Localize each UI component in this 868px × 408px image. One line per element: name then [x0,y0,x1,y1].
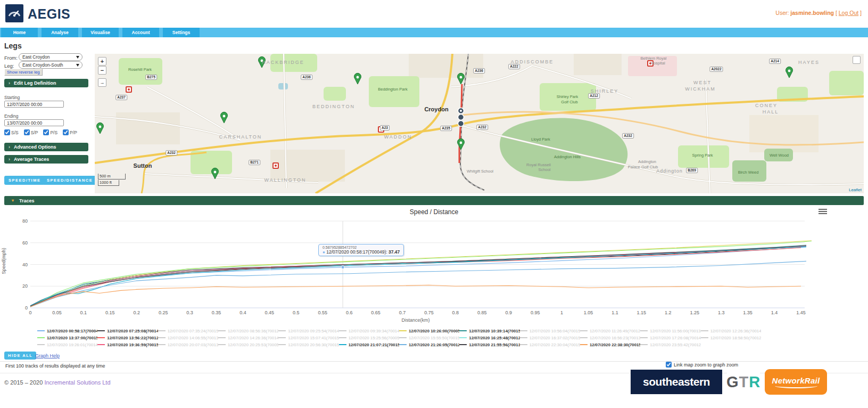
link-zoom-checkbox[interactable] [666,362,672,368]
legend-item[interactable]: 12/07/2020 21:07:21(700155) [339,341,399,348]
map-pan-button[interactable]: → [98,78,106,87]
map-label: CONEY [755,103,778,108]
checkbox-p-p[interactable]: P/P [63,129,77,135]
checkbox-s-p[interactable]: S/P [24,129,38,135]
legend-dash-icon [580,330,588,331]
checkbox-p-s[interactable]: P/S [43,129,57,135]
legend-item[interactable]: 12/07/2020 20:56:30(700150) [278,341,338,348]
legend-item[interactable]: 12/07/2020 20:25:53(700055) [218,341,278,348]
leg-select[interactable]: East Croydon-South Croydon [19,61,82,69]
legend-item[interactable]: 12/07/2020 07:25:08(700148) [97,328,158,334]
legend-dash-icon [520,344,527,345]
legend-item[interactable]: 12/07/2020 23:55:42(700125) [640,341,700,348]
legend-item[interactable]: 12/07/2020 21:26:05(700127) [399,341,459,348]
traces-panel-header[interactable]: ▾ Traces [4,196,864,205]
company-link[interactable]: Incremental Solutions Ltd [44,379,110,386]
tab-home[interactable]: Home [1,28,38,37]
map-attribution[interactable]: Leaflet [849,187,862,192]
legend-dash-icon [37,330,45,331]
tab-settings[interactable]: Settings [163,28,200,37]
legend-item[interactable]: 12/07/2020 13:56:22(700125) [97,334,158,341]
legend-item[interactable]: 12/07/2020 14:06:55(700137) [158,334,218,341]
map-label: CARSHALTON [219,134,262,140]
speed-distance-chart: Speed / Distance 020406080 00.050.10.150… [0,205,868,350]
legend-item[interactable]: 12/07/2020 22:38:30(700154) [580,341,640,348]
legend-item[interactable]: 12/07/2020 17:26:08(700148) [640,334,700,341]
link-zoom-label: Link map zoom to graph zoom [674,362,738,368]
starting-input[interactable] [4,101,64,108]
legend-item[interactable]: 12/07/2020 10:26:00(700055) [399,328,459,334]
legend-label: 12/07/2020 15:07:41(700155) [288,336,338,340]
checkbox-input[interactable] [4,129,10,135]
map-label: Golf Club [561,100,577,104]
x-tick-label: 1 [551,310,573,315]
legend-item[interactable]: 12/07/2020 22:30:04(700150) [520,341,580,348]
legend-label: 12/07/2020 14:06:55(700137) [168,336,218,340]
legend-item[interactable]: 12/07/2020 16:56:23(700135) [580,334,640,341]
legend-item[interactable]: 12/07/2020 00:58:17(700049) [37,328,97,334]
legend-item[interactable]: 12/07/2020 08:56:36(700125) [218,328,278,334]
legend-item[interactable]: 12/07/2020 12:26:36(700148) [701,328,761,334]
speed-distance-button[interactable]: SPEED/DISTANCE [43,176,97,185]
checkbox-s-s[interactable]: S/S [4,129,19,135]
x-tick-label: 0.8 [445,310,466,315]
legend-item[interactable]: 12/07/2020 16:37:02(700154) [520,334,580,341]
legend-item[interactable]: 12/07/2020 20:07:03(700137) [158,341,218,348]
legend-item[interactable]: 12/07/2020 15:55:50(700150) [399,334,459,341]
legend-item[interactable]: 12/07/2020 15:25:56(700055) [339,334,399,341]
legend-item[interactable]: 12/07/2020 13:37:00(700154) [37,334,97,341]
map-overlay: + − → 500 m 1000 ft Leaflet CroydonSutto… [95,54,864,193]
chart-plot [0,205,868,312]
hide-all-button[interactable]: HIDE ALL [4,352,36,360]
legend-item[interactable]: 12/07/2020 21:55:56(700135) [459,341,519,348]
legend-dash-icon [218,344,226,345]
checkbox-input[interactable] [63,129,69,135]
from-select[interactable]: East Croydon [19,53,82,61]
tab-account[interactable]: Account [122,28,159,37]
legend-item[interactable]: 12/07/2020 09:25:54(700149) [278,328,338,334]
road-shield: A214 [769,59,781,64]
checkbox-input[interactable] [24,129,30,135]
ending-input[interactable] [4,119,64,126]
edit-leg-definition-panel[interactable]: › Edit Leg Definition [4,79,88,87]
legend-label: 12/07/2020 21:07:21(700155) [349,342,399,347]
user-label: User: [775,10,789,16]
advanced-options-panel[interactable]: › Advanced Options [4,143,88,151]
graph-help-link[interactable]: Graph Help [35,353,60,358]
tab-visualise[interactable]: Visualise [82,28,119,37]
legend-dash-icon [37,337,45,338]
tab-analyse[interactable]: Analyse [42,28,78,37]
legend-item[interactable]: 12/07/2020 10:39:14(700154) [459,328,519,334]
legend-label: 12/07/2020 23:55:42(700125) [650,342,700,347]
x-tick-label: 1.1 [604,310,625,315]
legend-item[interactable]: 12/07/2020 10:56:04(700150) [520,328,580,334]
map-label: WICKHAM [685,86,716,92]
x-tick-label: 0.85 [472,310,493,315]
map[interactable]: + − → 500 m 1000 ft Leaflet CroydonSutto… [95,54,864,193]
map-zoom-out-button[interactable]: − [98,66,106,75]
legend-item[interactable]: 12/07/2020 07:35:24(700154) [158,328,218,334]
logout-link[interactable]: Log Out [839,10,858,16]
legend-dash-icon [701,337,708,338]
map-fullscreen-button[interactable] [853,56,861,64]
speed-time-button[interactable]: SPEED/TIME [4,176,45,185]
legend-item[interactable]: 12/07/2020 14:26:36(700149) [218,334,278,341]
legend-item[interactable]: 12/07/2020 16:25:48(700127) [459,334,519,341]
legend-item[interactable]: 12/07/2020 18:58:50(700125) [701,334,761,341]
x-tick-label: 0 [20,310,41,315]
road-shield: A236 [301,75,312,80]
map-label: Beddington Park [378,87,407,92]
legend-item[interactable]: 12/07/2020 09:39:34(700145) [339,328,399,334]
legend-item[interactable]: 12/07/2020 19:26:01(700149) [37,341,97,348]
legend-dash-icon [520,330,527,331]
legend-item[interactable]: 12/07/2020 11:56:00(700135) [640,328,700,334]
legend-label: 12/07/2020 10:26:00(700055) [409,329,459,333]
checkbox-input[interactable] [43,129,49,135]
legend-item[interactable]: 12/07/2020 11:26:49(700127) [580,328,640,334]
legend-item[interactable]: 12/07/2020 19:36:59(700154) [97,341,158,348]
map-label: WALLINGTON [264,177,306,183]
show-reverse-leg-button[interactable]: Show reverse leg [4,69,43,76]
legend-item[interactable]: 12/07/2020 15:07:41(700155) [278,334,338,341]
average-traces-panel[interactable]: › Average Traces [4,155,88,164]
map-zoom-in-button[interactable]: + [98,57,106,66]
